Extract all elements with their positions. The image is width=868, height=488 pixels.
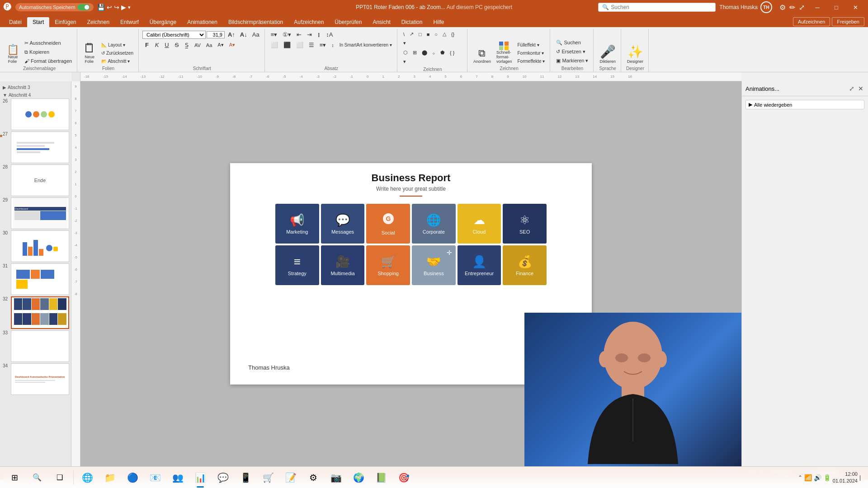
- battery-icon[interactable]: 🔋: [823, 474, 831, 481]
- task-view-button[interactable]: ❑: [49, 467, 71, 488]
- card-seo[interactable]: ⚛ SEO: [503, 204, 547, 244]
- section-button[interactable]: 📂 Abschnitt ▾: [99, 57, 136, 65]
- copy-button[interactable]: ⧉ Kopieren: [22, 48, 74, 56]
- search-input[interactable]: [611, 4, 712, 10]
- slide-31-thumb[interactable]: [11, 263, 69, 295]
- card-strategy[interactable]: ≡ Strategy: [275, 245, 319, 285]
- app-notes-button[interactable]: 📝: [280, 467, 302, 488]
- font-size-input[interactable]: [207, 31, 225, 38]
- present-icon[interactable]: ▶: [121, 4, 126, 11]
- card-shopping[interactable]: 🛒 Shopping: [366, 245, 410, 285]
- card-social[interactable]: G Social: [366, 204, 410, 244]
- quick-styles-button[interactable]: Schnell-format-vorlagen: [494, 40, 514, 65]
- tab-start[interactable]: Start: [27, 17, 49, 27]
- callout-tool[interactable]: {}: [449, 30, 457, 38]
- slide-32-thumb[interactable]: [11, 296, 69, 329]
- powerpoint-taskbar-button[interactable]: 📊: [189, 467, 211, 488]
- customize-qa-icon[interactable]: ▾: [128, 5, 131, 10]
- app-store-button[interactable]: 🛒: [257, 467, 279, 488]
- excel-button[interactable]: 📗: [370, 467, 392, 488]
- oval-tool[interactable]: ○: [432, 30, 440, 38]
- underline-button[interactable]: U: [162, 40, 171, 50]
- teams-button[interactable]: 👥: [167, 467, 189, 488]
- tab-ueberpruefen[interactable]: Überprüfen: [329, 17, 367, 27]
- shape-tool3[interactable]: ⬤: [420, 48, 429, 57]
- share-button[interactable]: Freigeben: [832, 17, 864, 26]
- tab-einfuegen[interactable]: Einfügen: [49, 17, 81, 27]
- rect-tool2[interactable]: ■: [425, 30, 432, 38]
- app-browser-button[interactable]: 🌍: [348, 467, 369, 488]
- search-button[interactable]: 🔍 Suchen: [554, 38, 590, 47]
- justify-button[interactable]: ☰: [307, 40, 316, 50]
- app-camera-button[interactable]: 📷: [325, 467, 347, 488]
- autosave-toggle[interactable]: Automatisches Speichern: [15, 3, 94, 11]
- close-button[interactable]: ✕: [846, 0, 864, 14]
- card-multimedia[interactable]: 🎥 Multimedia: [321, 245, 365, 285]
- italic-button[interactable]: K: [152, 40, 161, 50]
- text-direction-button[interactable]: ↕A: [324, 30, 335, 39]
- tab-dictation[interactable]: Dictation: [396, 17, 428, 27]
- slide-29-thumb[interactable]: Dashboard: [11, 197, 69, 229]
- clock-display[interactable]: 12:00 01.01.2024: [833, 471, 858, 484]
- line-tool[interactable]: \: [401, 30, 407, 38]
- network-icon[interactable]: 📶: [804, 474, 812, 481]
- slide-26-thumb[interactable]: [11, 99, 69, 130]
- convert-smartart-button[interactable]: In SmartArt konvertieren ▾: [337, 41, 394, 49]
- rect-tool[interactable]: □: [416, 30, 424, 38]
- outline-button[interactable]: Formkontur ▾: [515, 49, 547, 57]
- feedback-icon[interactable]: ✏: [789, 3, 795, 12]
- slide-28-thumb[interactable]: Ende: [11, 164, 69, 196]
- cut-button[interactable]: ✂ Ausschneiden: [22, 39, 74, 47]
- play-all-button[interactable]: ▶ Alle wiedergeben: [745, 100, 864, 109]
- panel-expand-button[interactable]: ⤢: [848, 84, 855, 93]
- tab-datei[interactable]: Datei: [4, 17, 27, 27]
- tab-zeichnen[interactable]: Zeichnen: [82, 17, 115, 27]
- clear-format-button[interactable]: Aa: [250, 30, 262, 39]
- decrease-indent-button[interactable]: ⇤: [294, 30, 304, 39]
- expand-icon[interactable]: ⤢: [799, 3, 805, 12]
- align-right-button[interactable]: ⬜: [294, 40, 306, 50]
- tab-hilfe[interactable]: Hilfe: [428, 17, 449, 27]
- format-copy-button[interactable]: 🖌 Format übertragen: [22, 57, 74, 65]
- shape-tool5[interactable]: ⬟: [438, 48, 447, 57]
- explorer-button[interactable]: 📁: [99, 467, 121, 488]
- char-spacing-button[interactable]: AV: [192, 41, 203, 49]
- bullets-button[interactable]: ≡▾: [269, 30, 280, 39]
- font-family-select[interactable]: Calibri (Überschrift): [142, 31, 206, 39]
- tab-entwurf[interactable]: Entwurf: [115, 17, 144, 27]
- effect-button[interactable]: Formeffekte ▾: [515, 57, 547, 65]
- outlook-button[interactable]: 📧: [144, 467, 166, 488]
- minimize-button[interactable]: ─: [808, 0, 826, 14]
- section-3-header[interactable]: ▶ Abschnitt 3: [2, 83, 69, 91]
- slide-33-thumb[interactable]: [11, 330, 69, 362]
- dictate-button[interactable]: 🎤 Diktieren: [597, 43, 618, 65]
- card-corporate[interactable]: 🌐 Corporate: [412, 204, 456, 244]
- highlight-color-button[interactable]: A▾: [215, 41, 226, 49]
- tab-animationen[interactable]: Animationen: [182, 17, 223, 27]
- panel-close-button[interactable]: ✕: [857, 84, 864, 93]
- card-business[interactable]: 🤝 Business ✛: [412, 245, 456, 285]
- show-desktop-button[interactable]: |: [859, 474, 861, 481]
- new-slide-button[interactable]: 📋 NeueFolie: [5, 43, 21, 65]
- increase-indent-button[interactable]: ⇥: [305, 30, 314, 39]
- tab-ansicht[interactable]: Ansicht: [367, 17, 396, 27]
- arrange-button[interactable]: ⧉ Anordnen: [471, 46, 493, 65]
- undo-icon[interactable]: ↩: [107, 4, 112, 11]
- settings-icon[interactable]: ⚙: [779, 3, 786, 12]
- columns-button[interactable]: ⫿: [315, 30, 323, 39]
- app-teams2-button[interactable]: 💬: [212, 467, 234, 488]
- font-color-button[interactable]: A▾: [227, 41, 237, 49]
- shape-tool4[interactable]: ⬦: [430, 48, 438, 57]
- slide-34-thumb[interactable]: Dashboard Automatische Präsentation: [11, 363, 69, 395]
- replace-button[interactable]: ↺ Ersetzen ▾: [554, 47, 590, 56]
- slide-30-thumb[interactable]: [11, 230, 69, 262]
- maximize-button[interactable]: □: [827, 0, 845, 14]
- autosave-toggle-switch[interactable]: [77, 4, 90, 10]
- change-case-button[interactable]: Aa: [204, 41, 214, 49]
- start-button[interactable]: ⊞: [4, 467, 25, 488]
- shadow-button[interactable]: S̲: [182, 40, 191, 50]
- align-left-button[interactable]: ⬜: [269, 40, 280, 50]
- more-draw-button[interactable]: ▾: [401, 57, 408, 66]
- volume-icon[interactable]: 🔊: [814, 474, 821, 481]
- bold-button[interactable]: F: [142, 40, 151, 50]
